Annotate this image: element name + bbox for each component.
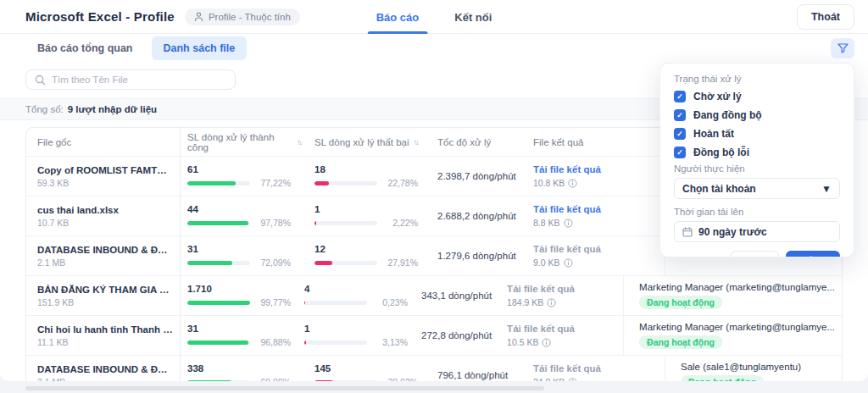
result-size: 8.8 KB	[533, 218, 658, 228]
summary-value: 9 lượt nhập dữ liệu	[68, 104, 157, 114]
account-select-value: Chọn tài khoản	[682, 183, 756, 195]
status-checkbox-row[interactable]: ✓ Đang đồng bộ	[674, 107, 840, 124]
success-bar	[187, 221, 250, 225]
success-bar	[187, 301, 250, 305]
status-checkbox-row[interactable]: ✓ Chờ xử lý	[674, 88, 840, 105]
success-percent: 99,77%	[257, 297, 291, 307]
checkbox-checked-icon[interactable]: ✓	[674, 109, 686, 121]
download-result-link[interactable]: Tải file kết quả	[533, 204, 658, 214]
fail-cell: 145 30,02%	[308, 356, 431, 381]
subtab-row: Báo cáo tổng quan Danh sách file	[0, 34, 868, 63]
checkbox-checked-icon[interactable]: ✓	[674, 91, 686, 102]
file-size: 2.1 MB	[37, 377, 173, 382]
fail-count: 12	[314, 244, 424, 254]
account-select[interactable]: Chọn tài khoản ▼	[674, 178, 840, 199]
sort-icon[interactable]: ↑↓	[413, 138, 417, 147]
info-icon[interactable]	[568, 378, 577, 382]
chevron-down-icon: ▼	[821, 183, 832, 195]
filter-footer: Khôi phục Hủy bỏ Áp dụng	[674, 251, 840, 257]
result-cell: Tải file kết quả 8.8 KB	[526, 196, 665, 235]
funnel-icon	[837, 43, 849, 53]
status-filter-label: Trạng thái xử lý	[674, 74, 840, 84]
result-cell: Tải file kết quả 9.0 KB	[526, 236, 665, 275]
file-name: DATABASE INBOUND & ĐÀI LOAN.xlsx	[37, 245, 173, 255]
download-result-link[interactable]: Tải file kết quả	[533, 164, 658, 174]
performer-cell: Marketing Manager (marketing@tunglamye..…	[623, 316, 842, 355]
column-header: File gốc	[26, 128, 181, 156]
download-result-link[interactable]: Tải file kết quả	[533, 363, 658, 374]
fail-bar	[304, 301, 367, 305]
table-row: DATABASE INBOUND & ĐÀI LOAN.xlsx 2.1 MB …	[26, 355, 842, 381]
tab-bao-cao[interactable]: Báo cáo	[373, 0, 423, 34]
apply-button[interactable]: Áp dụng	[786, 251, 840, 257]
success-cell: 44 97,78%	[181, 196, 308, 235]
search-box[interactable]	[25, 69, 236, 90]
fail-percent: 0,23%	[374, 297, 408, 307]
file-size: 151.9 KB	[37, 297, 173, 307]
subtab-overview[interactable]: Báo cáo tổng quan	[25, 36, 145, 60]
table-row: BẢN ĐĂNG KÝ THAM GIA CHƯƠNG TRÌNH TALK .…	[26, 275, 842, 315]
speed-value: 796,1 dòng/phút	[437, 370, 520, 380]
file-cell: cus thai land.xlsx 10.7 KB	[26, 196, 181, 235]
top-header: Microsoft Excel - Profile Profile - Thuộ…	[0, 0, 868, 34]
fail-percent: 3,13%	[374, 337, 408, 347]
info-icon[interactable]	[542, 338, 551, 347]
reset-button[interactable]: Khôi phục	[674, 257, 724, 257]
success-percent: 97,78%	[257, 218, 291, 228]
performer-filter-label: Người thực hiện	[674, 163, 840, 174]
success-bar	[187, 181, 250, 185]
success-cell: 1.710 99,77%	[181, 276, 298, 315]
file-name: DATABASE INBOUND & ĐÀI LOAN.xlsx	[37, 364, 173, 374]
checkbox-checked-icon[interactable]: ✓	[674, 128, 686, 140]
fail-bar	[314, 380, 377, 382]
result-cell: Tải file kết quả 184.9 KB	[500, 276, 623, 315]
filter-button[interactable]	[831, 38, 854, 58]
summary-label: Tổng số:	[25, 104, 64, 114]
search-input[interactable]	[52, 75, 226, 85]
status-option-label: Đang đồng bộ	[693, 109, 762, 121]
status-checkbox-row[interactable]: ✓ Đồng bộ lỗi	[674, 144, 840, 161]
file-cell: BẢN ĐĂNG KÝ THAM GIA CHƯƠNG TRÌNH TALK .…	[26, 276, 181, 315]
download-result-link[interactable]: Tải file kết quả	[507, 324, 616, 334]
upload-time-input[interactable]: 90 ngày trước	[674, 221, 840, 242]
checkbox-checked-icon[interactable]: ✓	[674, 147, 686, 158]
sort-icon[interactable]: ↑↓	[297, 138, 301, 147]
speed-cell: 1.279,6 dòng/phút	[431, 236, 526, 275]
status-badge: Đang hoạt động	[639, 335, 722, 349]
info-icon[interactable]	[564, 219, 573, 228]
performer-name: Marketing Manager (marketing@tunglamye..…	[639, 322, 835, 332]
success-percent: 77,22%	[257, 178, 291, 188]
fail-percent: 22,78%	[384, 178, 418, 188]
info-icon[interactable]	[568, 179, 577, 188]
horizontal-scrollbar[interactable]	[25, 386, 544, 390]
column-header: Tốc độ xử lý	[431, 128, 526, 156]
speed-value: 1.279,6 dòng/phút	[437, 251, 520, 261]
info-icon[interactable]	[547, 298, 556, 307]
download-result-link[interactable]: Tải file kết quả	[533, 244, 658, 254]
exit-button[interactable]: Thoát	[797, 4, 854, 30]
status-option-label: Đồng bộ lỗi	[693, 147, 749, 158]
file-name: Chi hoi lu hanh tinh Thanh Hoa.xlsx	[37, 324, 173, 335]
success-count: 31	[187, 244, 301, 254]
fail-percent: 2,22%	[384, 218, 418, 228]
fail-cell: 4 0,23%	[298, 276, 415, 315]
download-result-link[interactable]: Tải file kết quả	[507, 284, 616, 294]
speed-value: 272,8 dòng/phút	[421, 330, 493, 340]
file-name: cus thai land.xlsx	[37, 205, 173, 215]
fail-percent: 30,02%	[384, 377, 418, 381]
success-count: 1.710	[187, 284, 291, 294]
tab-ket-noi[interactable]: Kết nối	[451, 0, 495, 34]
status-checkbox-row[interactable]: ✓ Hoàn tất	[674, 125, 840, 142]
success-bar	[187, 261, 250, 265]
header-tabs: Báo cáo Kết nối	[373, 0, 496, 34]
result-size: 9.0 KB	[533, 257, 658, 268]
performer-name: Marketing Manager (marketing@tunglamye..…	[639, 282, 835, 292]
speed-value: 343,1 dòng/phút	[421, 291, 493, 301]
speed-cell: 343,1 dòng/phút	[415, 276, 500, 315]
page-title: Microsoft Excel - Profile	[25, 9, 175, 24]
info-icon[interactable]	[564, 258, 573, 268]
subtab-file-list[interactable]: Danh sách file	[152, 36, 248, 60]
cancel-button[interactable]: Hủy bỏ	[731, 251, 780, 257]
fail-bar	[304, 340, 367, 345]
status-option-label: Chờ xử lý	[693, 91, 742, 102]
